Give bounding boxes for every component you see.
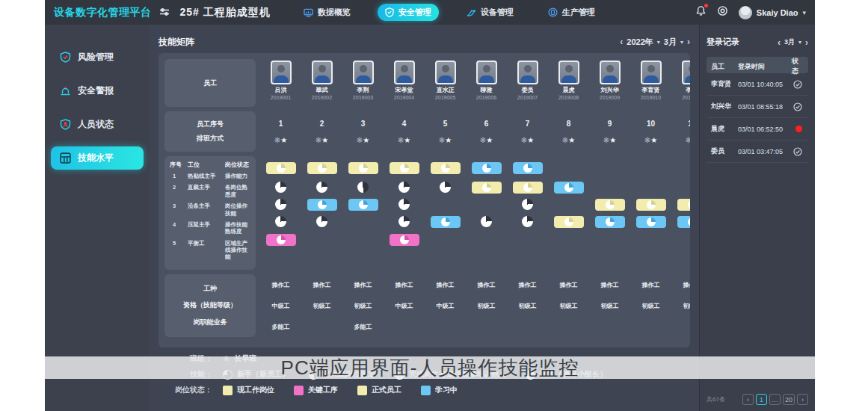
month-select[interactable]: 3月 <box>784 37 795 47</box>
matrix-cell[interactable] <box>554 182 584 194</box>
matrix-cell[interactable] <box>677 216 691 228</box>
employee-avatar[interactable] <box>517 61 538 84</box>
collapse-menu-icon[interactable] <box>159 6 170 19</box>
employee-avatar[interactable] <box>682 61 691 84</box>
status-badge-blue[interactable] <box>472 162 502 174</box>
employee-avatar[interactable] <box>271 61 292 84</box>
nav-item-2[interactable]: 安全管理 <box>378 4 439 21</box>
status-badge-blue[interactable] <box>307 199 337 211</box>
matrix-cell[interactable] <box>431 162 461 174</box>
sidebar-item-1[interactable]: 风险管理 <box>51 46 144 69</box>
matrix-cell[interactable] <box>357 182 369 193</box>
employee-avatar[interactable] <box>312 61 333 84</box>
sidebar-item-4[interactable]: 技能水平 <box>51 146 144 170</box>
status-badge-yellow[interactable] <box>677 199 691 211</box>
matrix-cell[interactable] <box>398 216 410 227</box>
skill-pie-icon[interactable] <box>275 182 286 193</box>
status-badge-yellow[interactable] <box>554 216 584 228</box>
matrix-cell[interactable] <box>307 199 337 211</box>
matrix-cell[interactable] <box>440 182 451 193</box>
settings-gear-icon[interactable] <box>717 5 728 19</box>
page-button[interactable]: … <box>769 394 781 405</box>
month-select[interactable]: 3月 <box>664 37 677 48</box>
status-badge-pink[interactable] <box>390 234 419 246</box>
employee-avatar[interactable] <box>641 61 662 84</box>
login-record-row[interactable]: 晨虎03/01 06:52:50 <box>707 118 808 140</box>
matrix-cell[interactable] <box>481 216 492 227</box>
matrix-cell[interactable] <box>266 162 296 174</box>
skill-pie-icon[interactable] <box>357 182 369 193</box>
next-month-arrow[interactable]: › <box>805 37 808 48</box>
status-badge-blue[interactable] <box>677 216 691 228</box>
login-record-row[interactable]: 委员03/01 03:47:05 <box>707 140 808 163</box>
matrix-cell[interactable] <box>348 199 378 211</box>
status-badge-pink[interactable] <box>266 234 296 246</box>
next-month-arrow[interactable]: › <box>687 37 690 47</box>
login-record-row[interactable]: 李育贤03/01 10:40:05 <box>707 73 808 96</box>
sidebar-item-2[interactable]: 安全警报 <box>51 79 144 102</box>
skill-pie-icon[interactable] <box>440 182 451 193</box>
status-badge-yellow[interactable] <box>390 162 419 174</box>
prev-month-arrow[interactable]: ‹ <box>778 37 781 48</box>
matrix-cell[interactable] <box>266 234 296 246</box>
skill-pie-icon[interactable] <box>398 199 410 210</box>
status-badge-yellow[interactable] <box>472 182 502 194</box>
matrix-cell[interactable] <box>677 199 691 211</box>
matrix-cell[interactable] <box>390 234 419 246</box>
skill-pie-icon[interactable] <box>522 199 533 210</box>
matrix-cell[interactable] <box>595 199 625 211</box>
matrix-cell[interactable] <box>636 199 666 211</box>
skill-pie-icon[interactable] <box>275 216 286 227</box>
page-button[interactable]: 1 <box>756 394 767 405</box>
skill-pie-icon[interactable] <box>316 216 327 227</box>
prev-month-arrow[interactable]: ‹ <box>620 37 623 47</box>
status-badge-blue[interactable] <box>595 216 625 228</box>
status-badge-blue[interactable] <box>513 162 543 174</box>
nav-item-4[interactable]: 生产管理 <box>541 4 603 21</box>
matrix-cell[interactable] <box>513 182 543 194</box>
user-menu[interactable]: Skaiy Diao ▾ <box>739 6 806 19</box>
login-record-row[interactable]: 刘兴华03/01 08:55:18 <box>707 96 808 118</box>
status-badge-blue[interactable] <box>554 182 584 194</box>
matrix-cell[interactable] <box>275 199 286 210</box>
matrix-cell[interactable] <box>348 162 378 174</box>
employee-avatar[interactable] <box>353 61 374 84</box>
matrix-cell[interactable] <box>316 182 327 193</box>
status-badge-yellow[interactable] <box>513 182 543 194</box>
matrix-cell[interactable] <box>431 216 461 228</box>
status-badge-yellow[interactable] <box>348 162 378 174</box>
matrix-cell[interactable] <box>398 199 410 210</box>
employee-avatar[interactable] <box>558 61 579 84</box>
matrix-cell[interactable] <box>595 216 625 228</box>
employee-avatar[interactable] <box>435 61 456 84</box>
skill-pie-icon[interactable] <box>398 216 410 227</box>
employee-avatar[interactable] <box>600 61 621 84</box>
page-button[interactable]: ‹ <box>742 394 754 405</box>
skill-pie-icon[interactable] <box>275 199 286 210</box>
sidebar-item-3[interactable]: 人员状态 <box>51 113 144 136</box>
page-button[interactable]: 20 <box>783 394 795 405</box>
status-badge-yellow[interactable] <box>431 162 461 174</box>
matrix-cell[interactable] <box>522 199 533 210</box>
skill-pie-icon[interactable] <box>398 182 410 193</box>
employee-avatar[interactable] <box>394 61 415 84</box>
status-badge-blue[interactable] <box>348 199 378 211</box>
year-select[interactable]: 2022年 <box>627 37 653 48</box>
status-badge-yellow[interactable] <box>266 162 296 174</box>
matrix-cell[interactable] <box>554 216 584 228</box>
skill-pie-icon[interactable] <box>522 216 533 227</box>
matrix-cell[interactable] <box>275 216 286 227</box>
nav-item-3[interactable]: 设备管理 <box>458 4 521 21</box>
status-badge-blue[interactable] <box>431 216 461 228</box>
status-badge-yellow[interactable] <box>307 162 337 174</box>
matrix-cell[interactable] <box>472 162 502 174</box>
skill-pie-icon[interactable] <box>316 182 327 193</box>
page-button[interactable]: › <box>797 394 808 405</box>
matrix-cell[interactable] <box>307 162 337 174</box>
matrix-cell[interactable] <box>398 182 410 193</box>
status-badge-yellow[interactable] <box>636 199 666 211</box>
matrix-cell[interactable] <box>275 182 286 193</box>
matrix-cell[interactable] <box>316 216 327 227</box>
matrix-cell[interactable] <box>472 182 502 194</box>
matrix-cell[interactable] <box>522 216 533 227</box>
